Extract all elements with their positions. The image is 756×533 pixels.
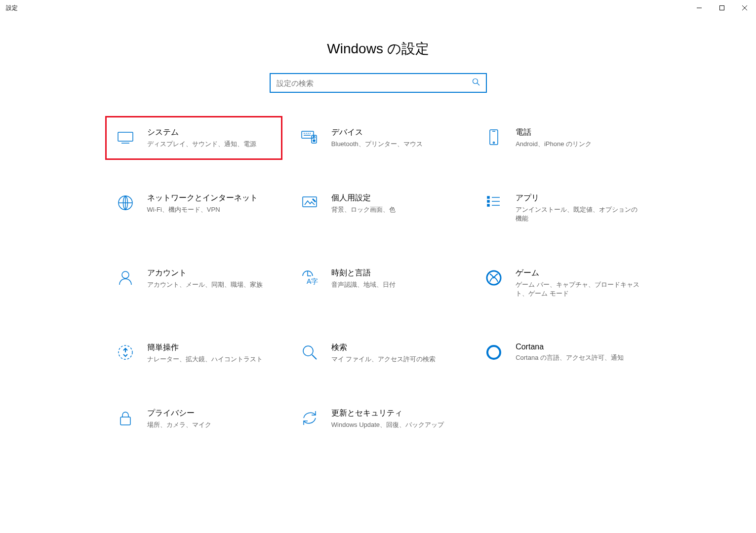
item-title: 簡単操作 [147,343,272,353]
item-title: アプリ [516,193,640,203]
item-title: 検索 [331,343,456,353]
phone-icon [484,127,504,147]
item-title: プライバシー [147,408,272,419]
svg-point-18 [303,346,313,356]
svg-point-8 [493,142,495,144]
item-desc: Wi-Fi、機内モード、VPN [147,205,272,214]
search-input[interactable] [277,79,472,87]
svg-rect-13 [487,204,489,206]
svg-text:A字: A字 [307,277,318,285]
item-title: 更新とセキュリティ [331,408,456,419]
item-desc: 場所、カメラ、マイク [147,420,272,429]
settings-item-gaming[interactable]: ゲーム ゲーム バー、キャプチャ、ブロードキャスト、ゲーム モード [480,263,644,303]
settings-item-search[interactable]: 検索 マイ ファイル、アクセス許可の検索 [296,338,460,369]
item-title: システム [147,127,272,138]
ease-of-access-icon [116,343,135,362]
item-desc: Cortana の言語、アクセス許可、通知 [516,353,640,362]
item-desc: ゲーム バー、キャプチャ、ブロードキャスト、ゲーム モード [516,280,640,298]
svg-rect-10 [303,197,317,207]
item-desc: マイ ファイル、アクセス許可の検索 [331,355,456,364]
item-desc: Bluetooth、プリンター、マウス [331,140,456,149]
settings-item-apps[interactable]: アプリ アンインストール、既定値、オプションの機能 [480,188,644,228]
time-language-icon: A字 [300,268,319,288]
settings-grid: システム ディスプレイ、サウンド、通知、電源 デバイス Bluetooth、プリ… [102,122,655,434]
item-title: ネットワークとインターネット [147,193,272,203]
close-button[interactable] [733,0,756,16]
cortana-icon [484,343,504,362]
page-header: Windows の設定 [0,39,756,58]
magnifier-icon [300,343,319,362]
svg-point-14 [122,271,129,278]
svg-point-1 [473,79,477,84]
item-title: ゲーム [516,268,640,278]
globe-icon [116,193,135,213]
svg-rect-20 [120,417,130,425]
sync-icon [300,408,319,428]
search-icon [472,78,480,88]
item-title: デバイス [331,127,456,138]
search-box[interactable] [270,73,487,93]
settings-item-privacy[interactable]: プライバシー 場所、カメラ、マイク [112,403,276,434]
item-title: Cortana [516,343,640,351]
item-title: 電話 [516,127,640,138]
svg-rect-2 [118,132,133,141]
svg-point-6 [313,140,315,142]
person-icon [116,268,135,288]
display-icon [116,127,135,147]
item-desc: ナレーター、拡大鏡、ハイコントラスト [147,355,272,364]
settings-item-cortana[interactable]: Cortana Cortana の言語、アクセス許可、通知 [480,338,644,369]
settings-item-phone[interactable]: 電話 Android、iPhone のリンク [480,122,644,153]
item-title: アカウント [147,268,272,278]
svg-rect-11 [487,196,489,198]
maximize-button[interactable] [711,0,733,16]
window-controls [688,0,756,16]
apps-icon [484,193,504,213]
paint-icon [300,193,319,213]
item-desc: アカウント、メール、同期、職場、家族 [147,280,272,289]
item-title: 個人用設定 [331,193,456,203]
xbox-icon [484,268,504,288]
settings-item-ease-of-access[interactable]: 簡単操作 ナレーター、拡大鏡、ハイコントラスト [112,338,276,369]
item-desc: ディスプレイ、サウンド、通知、電源 [147,140,272,149]
settings-item-time-language[interactable]: A字 時刻と言語 音声認識、地域、日付 [296,263,460,303]
svg-rect-12 [487,200,489,202]
svg-rect-0 [720,6,724,10]
item-desc: 背景、ロック画面、色 [331,205,456,214]
minimize-button[interactable] [688,0,711,16]
settings-item-update-security[interactable]: 更新とセキュリティ Windows Update、回復、バックアップ [296,403,460,434]
item-desc: Windows Update、回復、バックアップ [331,420,456,429]
svg-point-19 [487,346,500,359]
settings-item-accounts[interactable]: アカウント アカウント、メール、同期、職場、家族 [112,263,276,303]
settings-item-personalization[interactable]: 個人用設定 背景、ロック画面、色 [296,188,460,228]
window-title: 設定 [6,4,18,12]
item-desc: Android、iPhone のリンク [516,140,640,149]
page-title: Windows の設定 [0,39,756,58]
lock-icon [116,408,135,428]
item-desc: アンインストール、既定値、オプションの機能 [516,205,640,223]
item-desc: 音声認識、地域、日付 [331,280,456,289]
keyboard-icon [300,127,319,147]
settings-item-devices[interactable]: デバイス Bluetooth、プリンター、マウス [296,122,460,153]
svg-rect-7 [490,130,498,145]
item-title: 時刻と言語 [331,268,456,278]
title-bar: 設定 [0,0,756,16]
svg-point-5 [313,136,315,138]
settings-item-network[interactable]: ネットワークとインターネット Wi-Fi、機内モード、VPN [112,188,276,228]
settings-item-system[interactable]: システム ディスプレイ、サウンド、通知、電源 [112,122,276,153]
